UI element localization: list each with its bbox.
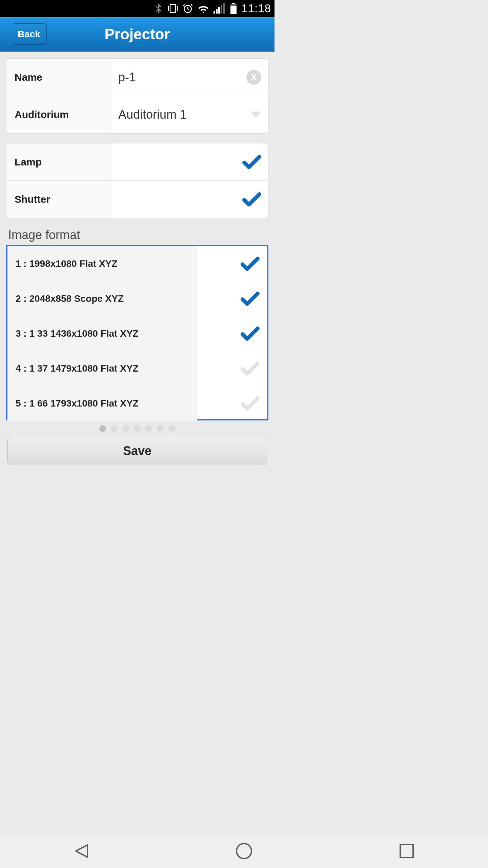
format-check[interactable] (197, 326, 267, 341)
auditorium-row: Auditorium Auditorium 1 (6, 96, 268, 133)
format-label: 2 : 2048x858 Scope XYZ (7, 281, 197, 316)
name-field[interactable]: p-1 X (111, 59, 268, 96)
lamp-toggle[interactable] (111, 143, 268, 180)
lamp-row: Lamp (6, 143, 268, 181)
format-label: 4 : 1 37 1479x1080 Flat XYZ (7, 351, 197, 386)
wifi-icon (197, 4, 209, 13)
check-icon (241, 291, 260, 306)
format-row[interactable]: 3 : 1 33 1436x1080 Flat XYZ (7, 316, 267, 351)
toggles-card: Lamp Shutter (6, 143, 268, 218)
check-icon (242, 155, 261, 170)
svg-rect-8 (223, 3, 225, 14)
pager-dot[interactable] (168, 425, 175, 432)
svg-rect-7 (221, 5, 222, 14)
signal-icon (214, 3, 226, 14)
format-row[interactable]: 4 : 1 37 1479x1080 Flat XYZ (7, 351, 267, 386)
check-icon (241, 256, 260, 271)
format-check[interactable] (197, 256, 267, 271)
svg-rect-6 (218, 7, 220, 14)
format-check[interactable] (197, 361, 267, 376)
format-row[interactable]: 1 : 1998x1080 Flat XYZ (7, 246, 267, 281)
svg-rect-9 (232, 3, 235, 4)
name-row: Name p-1 X (6, 59, 268, 96)
image-format-list[interactable]: 1 : 1998x1080 Flat XYZ2 : 2048x858 Scope… (6, 245, 268, 420)
lamp-label: Lamp (6, 143, 111, 180)
content: Name p-1 X Auditorium Auditorium 1 Lamp … (0, 52, 274, 465)
bluetooth-icon (153, 3, 163, 14)
name-value: p-1 (118, 70, 136, 84)
svg-rect-4 (214, 11, 215, 14)
alarm-icon (182, 3, 193, 14)
status-time: 11:18 (241, 2, 271, 15)
svg-rect-5 (216, 9, 218, 14)
auditorium-select[interactable]: Auditorium 1 (111, 96, 268, 133)
auditorium-label: Auditorium (6, 96, 111, 133)
svg-rect-0 (170, 4, 176, 13)
pager-dot[interactable] (157, 425, 164, 432)
image-format-title: Image format (6, 228, 268, 245)
back-label: Back (18, 29, 40, 40)
shutter-row: Shutter (6, 181, 268, 218)
shutter-label: Shutter (6, 181, 111, 218)
format-check[interactable] (197, 291, 267, 306)
app-header: Back Projector (0, 17, 274, 52)
name-label: Name (6, 59, 111, 96)
battery-icon (230, 3, 237, 14)
chevron-down-icon (250, 112, 261, 118)
format-check[interactable] (197, 396, 267, 411)
format-label: 3 : 1 33 1436x1080 Flat XYZ (7, 316, 197, 351)
check-icon (242, 192, 261, 207)
vibrate-icon (167, 3, 178, 14)
pager-dot[interactable] (99, 425, 106, 432)
format-label: 5 : 1 66 1793x1080 Flat XYZ (7, 386, 197, 421)
pager-dot[interactable] (111, 425, 118, 432)
format-row[interactable]: 2 : 2048x858 Scope XYZ (7, 281, 267, 316)
format-label: 1 : 1998x1080 Flat XYZ (7, 246, 197, 281)
format-row[interactable]: 5 : 1 66 1793x1080 Flat XYZ (7, 386, 267, 421)
pager-dot[interactable] (134, 425, 141, 432)
pager-dot[interactable] (145, 425, 152, 432)
pager[interactable] (6, 424, 268, 437)
check-icon (241, 361, 260, 376)
back-button[interactable]: Back (6, 23, 47, 45)
clear-icon[interactable]: X (246, 70, 261, 85)
status-bar: 11:18 (0, 0, 274, 17)
check-icon (241, 396, 260, 411)
save-label: Save (123, 444, 151, 458)
check-icon (241, 326, 260, 341)
auditorium-value: Auditorium 1 (118, 107, 187, 122)
basic-info-card: Name p-1 X Auditorium Auditorium 1 (6, 58, 268, 134)
save-button[interactable]: Save (7, 437, 267, 465)
pager-dot[interactable] (122, 425, 129, 432)
svg-rect-11 (230, 6, 237, 14)
shutter-toggle[interactable] (111, 181, 268, 218)
